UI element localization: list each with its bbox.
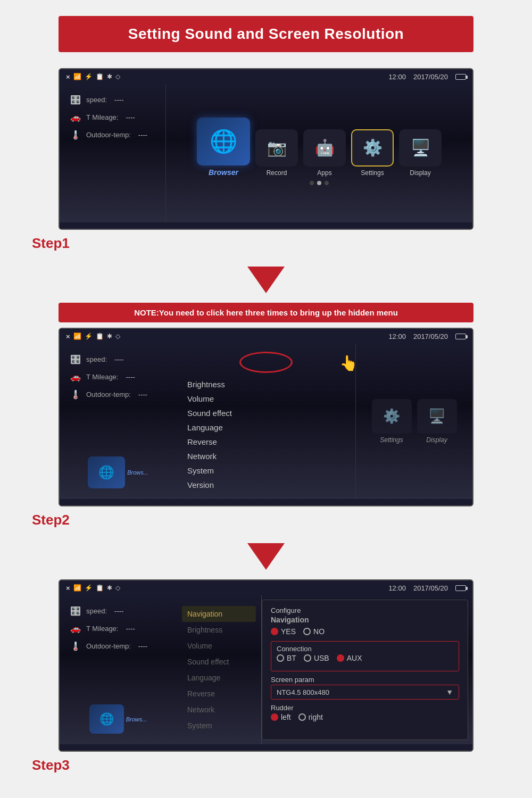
dropdown-arrow-icon: ▼ (446, 688, 453, 696)
doc-icon-3: 📋 (96, 584, 104, 592)
menu-volume[interactable]: Volume (187, 393, 345, 405)
temp-row-2: 🌡️ Outdoor-temp: ---- (70, 389, 166, 400)
brows-label: Brows... (127, 469, 148, 476)
yes-radio[interactable]: YES (271, 627, 296, 636)
battery-icon-2 (455, 334, 466, 339)
screen-bottom-2 (60, 499, 472, 505)
settings-mini-icon: ⚙️ (372, 399, 412, 434)
charge-icon: ⚡ (85, 73, 93, 80)
connection-box: Connection BT USB AUX (271, 641, 459, 671)
connection-radio-row: BT USB AUX (277, 654, 453, 662)
rudder-radio-row: left right (271, 713, 459, 721)
apps-label: Apps (317, 169, 331, 177)
close-icon[interactable]: × (66, 73, 70, 81)
temp-label-2: Outdoor-temp: (86, 390, 131, 398)
speed-row-3: 🎛️ speed: ---- (70, 606, 166, 616)
screen-param-label: Screen param (271, 676, 459, 684)
menu-language[interactable]: Language (187, 421, 345, 434)
apps-icon-box[interactable]: 🤖 (303, 129, 346, 167)
dot3 (325, 181, 329, 185)
bt-label: BT (287, 654, 296, 662)
nav-network[interactable]: Network (182, 702, 256, 718)
screen-mockup-1: × 📶 ⚡ 📋 ✱ ◇ 12:00 2017/05/20 🎛️ speed: -… (59, 68, 473, 230)
right-label: right (309, 713, 323, 721)
apps-row: 🌐 Browser 📷 Record 🤖 Apps (197, 118, 442, 177)
screen-bottom-3 (60, 744, 472, 751)
car-icon: 🚗 (70, 112, 81, 122)
speed-value-2: ---- (114, 355, 123, 363)
time-display-3: 12:00 (388, 584, 406, 592)
wifi-icon-3: 📶 (73, 584, 81, 592)
speed-icon-3: 🎛️ (70, 606, 81, 616)
display-icon-box[interactable]: 🖥️ (399, 129, 442, 167)
nav-reverse[interactable]: Reverse (182, 686, 256, 702)
screen-param-section: Screen param NTG4.5 800x480 ▼ (271, 676, 459, 700)
no-radio[interactable]: NO (303, 627, 325, 636)
arrow-2 (247, 543, 285, 570)
bt-icon-3: ✱ (107, 584, 112, 592)
speed-value-3: ---- (114, 607, 123, 615)
page-title: Setting Sound and Screen Resolution (74, 26, 458, 43)
status-right-2: 12:00 2017/05/20 (388, 332, 466, 340)
no-label: NO (313, 627, 325, 636)
temp-row-3: 🌡️ Outdoor-temp: ---- (70, 641, 166, 651)
temp-value-2: ---- (138, 390, 147, 398)
center-menu-panel: 👆 Brightness Volume Sound effect Languag… (177, 344, 355, 499)
temp-value: ---- (138, 131, 147, 139)
settings-mini-wrap: ⚙️ Settings (372, 399, 412, 444)
extra-icon-3: ◇ (115, 584, 120, 592)
menu-reverse[interactable]: Reverse (187, 436, 345, 448)
settings-icon-box[interactable]: ⚙️ (351, 129, 394, 167)
menu-network[interactable]: Network (187, 450, 345, 462)
nav-navigation[interactable]: Navigation (182, 606, 256, 622)
menu-version[interactable]: Version (187, 479, 345, 491)
nav-language[interactable]: Language (182, 670, 256, 686)
speed-value: ---- (114, 96, 123, 104)
right-radio-circle (298, 713, 306, 721)
charge-icon-3: ⚡ (85, 584, 93, 592)
menu-sound-effect[interactable]: Sound effect (187, 407, 345, 419)
menu-brightness[interactable]: Brightness (187, 378, 345, 390)
usb-radio[interactable]: USB (304, 654, 329, 662)
browser-icon-box[interactable]: 🌐 (197, 118, 250, 165)
settings-menu-list: Brightness Volume Sound effect Language … (187, 378, 345, 491)
hand-pointer-icon: 👆 (339, 354, 358, 372)
navigation-radio-row: YES NO (271, 627, 459, 636)
oval-click-area[interactable]: 👆 (187, 352, 345, 373)
apps-wrap: 🤖 Apps (303, 129, 346, 177)
status-left-2: × 📶 ⚡ 📋 ✱ ◇ (66, 332, 120, 340)
center-nav-panel: Navigation Brightness Volume Sound effec… (177, 595, 262, 744)
nav-sound-effect[interactable]: Sound effect (182, 654, 256, 670)
status-right-1: 12:00 2017/05/20 (388, 73, 466, 81)
right-radio[interactable]: right (298, 713, 323, 721)
bt-radio[interactable]: BT (277, 654, 296, 662)
bt-icon: ✱ (107, 73, 112, 80)
wifi-icon-2: 📶 (73, 332, 81, 340)
mileage-value-3: ---- (126, 625, 135, 633)
extra-icon: ◇ (115, 73, 120, 80)
close-icon-3[interactable]: × (66, 584, 70, 592)
nav-system[interactable]: System (182, 718, 256, 734)
record-icon-box[interactable]: 📷 (255, 129, 298, 167)
car-icon-3: 🚗 (70, 624, 81, 634)
yes-radio-circle (271, 628, 278, 635)
aux-radio[interactable]: AUX (337, 654, 362, 662)
nav-brightness[interactable]: Brightness (182, 622, 256, 638)
rudder-section: Rudder left right (271, 704, 459, 721)
close-icon-2[interactable]: × (66, 332, 70, 340)
step2-label: Step2 (32, 512, 70, 528)
configure-label: Configure (271, 606, 459, 614)
step3-label: Step3 (32, 757, 70, 774)
screen-param-value: NTG4.5 800x480 (277, 688, 329, 696)
screen-param-selector[interactable]: NTG4.5 800x480 ▼ (271, 685, 459, 700)
left-radio[interactable]: left (271, 713, 291, 721)
settings-wrap: ⚙️ Settings (351, 129, 394, 177)
status-bar-2: × 📶 ⚡ 📋 ✱ ◇ 12:00 2017/05/20 (60, 329, 472, 344)
temp-icon-3: 🌡️ (70, 641, 81, 651)
menu-system[interactable]: System (187, 464, 345, 477)
yes-label: YES (281, 627, 296, 636)
mini-browser-left-3: 🌐 (89, 704, 124, 734)
brows-label-3: Brows... (126, 716, 147, 722)
nav-volume[interactable]: Volume (182, 638, 256, 654)
left-label: left (281, 713, 291, 721)
